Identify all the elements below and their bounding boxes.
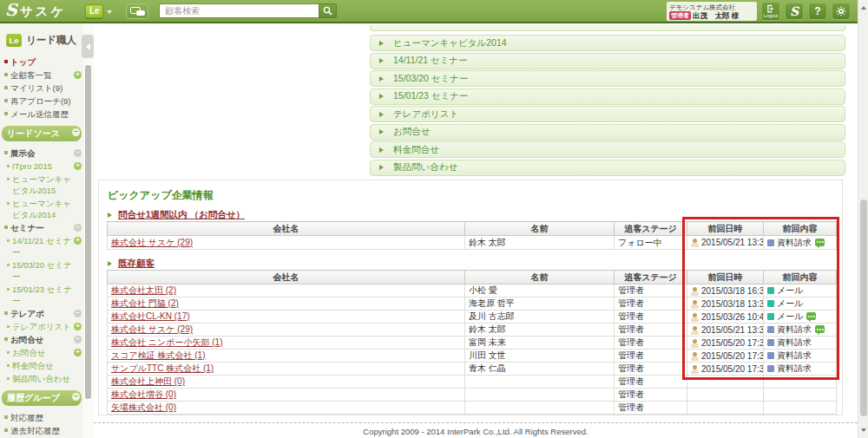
arrow-right-icon bbox=[379, 76, 386, 82]
expand-icon[interactable]: + bbox=[74, 162, 82, 170]
le-product-badge[interactable]: Le bbox=[85, 4, 103, 18]
sidebar-item[interactable]: トップ bbox=[0, 56, 83, 69]
collapse-icon[interactable]: − bbox=[74, 149, 82, 157]
column-header: 会社名 bbox=[108, 222, 465, 236]
sidebar-item[interactable]: 全顧客一覧+ bbox=[0, 69, 83, 82]
sidebar-item[interactable]: 展示会− bbox=[0, 147, 83, 160]
search-button[interactable] bbox=[319, 3, 337, 18]
company-link[interactable]: 株式会社増谷 (0) bbox=[111, 389, 176, 399]
sidebar-scrollbar[interactable] bbox=[83, 23, 94, 438]
logout-button[interactable]: Logout bbox=[761, 2, 780, 21]
help-button[interactable]: ? bbox=[808, 3, 827, 20]
company-link[interactable]: 株式会社上神田 (0) bbox=[111, 376, 185, 386]
company-cell: 株式会社太田 (2) bbox=[108, 284, 465, 297]
expand-icon[interactable]: + bbox=[74, 237, 82, 245]
bullet-icon bbox=[7, 264, 10, 266]
existing-customers-link[interactable]: 既存顧客 bbox=[118, 258, 155, 270]
collapse-icon[interactable]: − bbox=[74, 224, 82, 232]
accordion-item[interactable]: 料金問合せ bbox=[370, 141, 845, 158]
accordion-item[interactable]: テレアポリスト bbox=[370, 106, 845, 122]
expand-icon[interactable]: + bbox=[74, 71, 82, 79]
sidebar-item[interactable]: 再アプローチ(9) bbox=[0, 95, 83, 108]
sidebar-item[interactable]: ITpro 2015+ bbox=[0, 160, 83, 173]
company-link[interactable]: 株式会社 サスケ (29) bbox=[111, 324, 193, 334]
stage-cell: 管理者 bbox=[615, 337, 687, 350]
sidebar-item[interactable]: 15/01/23 セミナー bbox=[0, 283, 83, 307]
expand-icon[interactable]: + bbox=[74, 349, 82, 356]
arrow-right-icon bbox=[379, 147, 386, 153]
accordion-item[interactable]: 15/03/20 セミナー bbox=[370, 70, 845, 87]
company-name: デモシステム株式会社 bbox=[669, 3, 754, 11]
sidebar-item[interactable]: ヒューマンキャピタル2015 bbox=[0, 173, 83, 197]
sidebar-item[interactable]: 対応履歴 bbox=[0, 411, 83, 424]
expand-icon[interactable]: + bbox=[74, 323, 82, 330]
app-logo[interactable]: S サスケ bbox=[5, 2, 66, 20]
chevron-down-icon[interactable] bbox=[107, 10, 112, 16]
settings-button[interactable] bbox=[832, 3, 851, 20]
sidebar-item[interactable]: メール送信履歴 bbox=[0, 108, 83, 121]
sidebar-scrollbar-thumb[interactable] bbox=[85, 65, 91, 399]
sidebar-section-header[interactable]: リードソース− bbox=[2, 126, 82, 141]
accordion-item[interactable]: お問合せ bbox=[370, 124, 845, 141]
scroll-up-arrow-icon[interactable] bbox=[861, 3, 866, 10]
inquiry-week-link[interactable]: 問合せ1週間以内 （お問合せ） bbox=[118, 209, 245, 221]
accordion-item[interactable]: 14/11/21 セミナー bbox=[370, 53, 845, 69]
sidebar-item[interactable]: テレアポ− bbox=[0, 307, 83, 320]
company-link[interactable]: 株式会社太田 (2) bbox=[111, 285, 176, 295]
collapse-icon[interactable]: − bbox=[72, 128, 80, 136]
company-cell: 株式会社 門脇 (2) bbox=[108, 297, 465, 311]
company-link[interactable]: 矢場株式会社 (0) bbox=[111, 402, 176, 412]
company-link[interactable]: サンプルTTC 株式会社 (1) bbox=[111, 363, 214, 373]
chat-button[interactable] bbox=[126, 3, 148, 19]
logo-s-icon: S bbox=[5, 2, 17, 18]
sidebar-item[interactable]: お問合せ+ bbox=[0, 346, 83, 359]
column-header: 前回日時 bbox=[687, 222, 764, 236]
sidebar-item[interactable]: セミナー− bbox=[0, 221, 83, 234]
name-cell: 鈴木 太郎 bbox=[465, 324, 615, 337]
collapse-icon[interactable]: − bbox=[72, 393, 80, 401]
page-scrollbar-thumb[interactable] bbox=[860, 199, 867, 416]
sidebar-item[interactable]: お問合せ− bbox=[0, 333, 83, 346]
collapse-icon[interactable]: − bbox=[74, 336, 82, 343]
bullet-icon bbox=[4, 311, 8, 315]
person-icon bbox=[691, 339, 699, 348]
sidebar-item[interactable]: テレアポリスト+ bbox=[0, 320, 83, 333]
user-name: 出茂 太郎 様 bbox=[693, 11, 739, 20]
sidebar-item[interactable]: 過去対応履歴 bbox=[0, 424, 83, 437]
sidebar-section-header[interactable]: 履歴グループ− bbox=[2, 390, 82, 406]
company-link[interactable]: 株式会社 門脇 (2) bbox=[111, 298, 179, 308]
sidebar-item-label: ヒューマンキャピタル2015 bbox=[12, 174, 71, 195]
sidebar-item[interactable]: マイリスト(9) bbox=[0, 82, 83, 95]
sidebar-item[interactable]: 15/03/20 セミナー bbox=[0, 258, 83, 283]
sasuke-home-button[interactable]: S bbox=[785, 3, 804, 20]
stage-cell: 管理者 bbox=[615, 363, 687, 376]
sidebar-item[interactable]: ヒューマンキャピタル2014 bbox=[0, 197, 83, 221]
accordion-item[interactable]: 製品問い合わせ bbox=[370, 160, 845, 176]
search-input[interactable] bbox=[159, 3, 319, 18]
collapse-icon[interactable]: − bbox=[74, 310, 82, 317]
sidebar-item[interactable]: 14/11/21 セミナー+ bbox=[0, 234, 83, 258]
accordion-item-partial[interactable] bbox=[370, 25, 845, 31]
column-header: 名前 bbox=[465, 271, 615, 284]
accordion-item[interactable]: 15/01/23 セミナー bbox=[370, 88, 845, 105]
accordion-item[interactable]: ヒューマンキャピタル2014 bbox=[370, 35, 845, 51]
company-link[interactable]: 株式会社CL-KN (17) bbox=[111, 311, 190, 321]
company-link[interactable]: スコア検証 株式会社 (1) bbox=[111, 350, 205, 360]
role-badge: 管理者 bbox=[669, 11, 691, 20]
page-scrollbar[interactable] bbox=[858, 0, 868, 438]
name-cell: 富岡 未来 bbox=[465, 337, 615, 350]
sidebar-item[interactable]: 料金問合せ bbox=[0, 359, 83, 372]
accordion-item-label: ヒューマンキャピタル2014 bbox=[393, 37, 507, 49]
company-cell: 株式会社 サスケ (29) bbox=[108, 236, 465, 250]
arrow-right-icon bbox=[379, 129, 386, 134]
accordion-item-label: 14/11/21 セミナー bbox=[393, 55, 468, 67]
bullet-icon bbox=[4, 415, 8, 419]
company-cell: 株式会社増谷 (0) bbox=[108, 389, 465, 402]
scroll-down-arrow-icon[interactable] bbox=[861, 428, 866, 435]
company-link[interactable]: 株式会社 サスケ (29) bbox=[111, 238, 193, 247]
sidebar-collapse-tab[interactable] bbox=[82, 35, 94, 58]
sidebar-item[interactable]: 製品問い合わせ bbox=[0, 372, 83, 385]
table-row: スコア検証 株式会社 (1)川田 文世管理者2015/05/20 17:38資料… bbox=[108, 350, 837, 363]
sidebar-item-label: 展示会 bbox=[10, 148, 36, 158]
company-link[interactable]: 株式会社 ニンポー小矢部 (1) bbox=[111, 337, 222, 347]
